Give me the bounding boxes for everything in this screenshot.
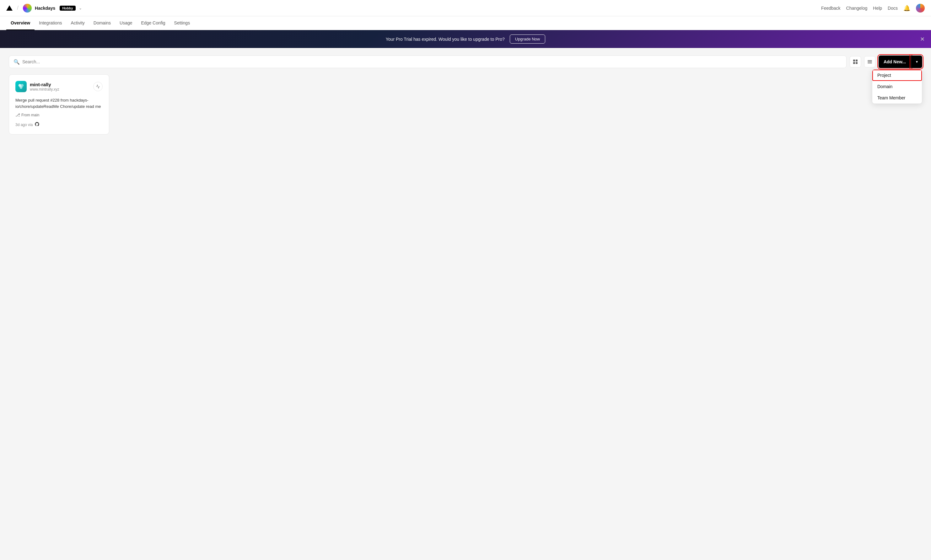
top-nav: / Hackdays Hobby ⌄ Feedback Changelog He… bbox=[0, 0, 931, 16]
list-icon bbox=[867, 59, 872, 64]
activity-icon[interactable] bbox=[93, 82, 103, 91]
banner-close-button[interactable]: ✕ bbox=[920, 36, 925, 43]
pulse-icon bbox=[96, 85, 100, 89]
add-new-group: Add New... ▾ Project Domain Team Member bbox=[879, 55, 922, 68]
svg-rect-4 bbox=[868, 60, 872, 61]
dropdown-item-team-member[interactable]: Team Member bbox=[872, 92, 922, 103]
grid-view-button[interactable] bbox=[850, 56, 861, 68]
add-new-dropdown: Project Domain Team Member bbox=[872, 69, 922, 104]
github-icon bbox=[34, 122, 40, 128]
search-box: 🔍 bbox=[9, 55, 846, 68]
dropdown-item-project[interactable]: Project bbox=[872, 69, 922, 81]
branch-name: From main bbox=[22, 113, 39, 117]
tab-edge-config[interactable]: Edge Config bbox=[137, 16, 170, 30]
add-new-button[interactable]: Add New... bbox=[879, 55, 911, 68]
nav-divider: / bbox=[17, 5, 19, 11]
svg-rect-5 bbox=[868, 62, 872, 62]
docs-link[interactable]: Docs bbox=[888, 6, 898, 11]
project-url: www.mintrally.xyz bbox=[30, 87, 59, 92]
svg-rect-2 bbox=[853, 62, 855, 64]
user-avatar[interactable] bbox=[916, 4, 925, 12]
svg-rect-6 bbox=[868, 63, 872, 63]
tab-integrations[interactable]: Integrations bbox=[34, 16, 66, 30]
list-view-button[interactable] bbox=[864, 56, 875, 68]
svg-rect-0 bbox=[853, 60, 855, 62]
project-info: mint-rally www.mintrally.xyz bbox=[15, 81, 59, 92]
team-name[interactable]: Hackdays bbox=[35, 6, 55, 11]
help-link[interactable]: Help bbox=[873, 6, 882, 11]
tab-overview[interactable]: Overview bbox=[6, 16, 34, 30]
search-icon: 🔍 bbox=[14, 59, 20, 65]
svg-rect-3 bbox=[856, 62, 858, 64]
project-title-group: mint-rally www.mintrally.xyz bbox=[30, 82, 59, 92]
tab-usage[interactable]: Usage bbox=[115, 16, 137, 30]
grid-icon bbox=[853, 59, 858, 64]
changelog-link[interactable]: Changelog bbox=[846, 6, 868, 11]
upgrade-now-button[interactable]: Upgrade Now bbox=[510, 34, 545, 43]
plan-badge: Hobby bbox=[60, 6, 75, 11]
notifications-bell-icon[interactable]: 🔔 bbox=[903, 5, 910, 12]
team-avatar bbox=[23, 4, 32, 12]
feedback-link[interactable]: Feedback bbox=[821, 6, 840, 11]
top-nav-left: / Hackdays Hobby ⌄ bbox=[6, 4, 82, 12]
dropdown-item-domain[interactable]: Domain bbox=[872, 81, 922, 92]
search-input[interactable] bbox=[22, 59, 842, 64]
project-header: mint-rally www.mintrally.xyz bbox=[15, 81, 103, 92]
project-name[interactable]: mint-rally bbox=[30, 82, 59, 87]
project-logo bbox=[15, 81, 27, 92]
vercel-logo[interactable] bbox=[6, 5, 12, 11]
team-switcher-chevron[interactable]: ⌄ bbox=[79, 6, 82, 10]
add-new-dropdown-toggle[interactable]: ▾ bbox=[911, 55, 922, 68]
branch-info: ⎇ From main bbox=[15, 112, 103, 117]
banner-message: Your Pro Trial has expired. Would you li… bbox=[386, 37, 505, 42]
top-nav-right: Feedback Changelog Help Docs 🔔 bbox=[821, 4, 925, 12]
project-card: mint-rally www.mintrally.xyz Merge pull … bbox=[9, 74, 109, 134]
commit-time: 3d ago via bbox=[15, 122, 103, 128]
tab-settings[interactable]: Settings bbox=[170, 16, 195, 30]
toolbar: 🔍 Add New... ▾ Project Domai bbox=[9, 55, 922, 68]
trial-banner: Your Pro Trial has expired. Would you li… bbox=[0, 30, 931, 48]
branch-icon: ⎇ bbox=[15, 112, 20, 117]
tab-activity[interactable]: Activity bbox=[66, 16, 89, 30]
tab-domains[interactable]: Domains bbox=[89, 16, 115, 30]
project-logo-icon bbox=[18, 83, 25, 90]
sub-nav: Overview Integrations Activity Domains U… bbox=[0, 16, 931, 30]
main-content: 🔍 Add New... ▾ Project Domai bbox=[0, 48, 931, 560]
commit-message: Merge pull request #228 from hackdays-io… bbox=[15, 97, 103, 109]
time-ago: 3d ago via bbox=[15, 123, 32, 127]
svg-rect-1 bbox=[856, 60, 858, 62]
svg-point-9 bbox=[20, 86, 22, 89]
